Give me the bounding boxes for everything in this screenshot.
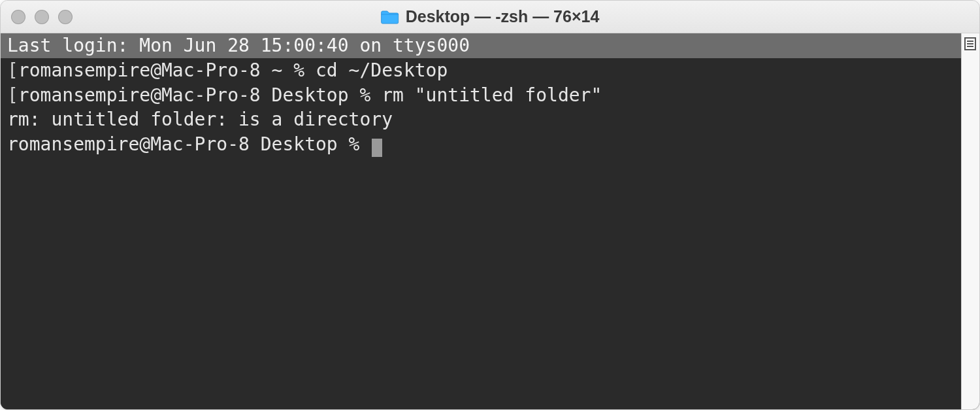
minimize-button[interactable] xyxy=(35,10,49,24)
prompt-text: romansempire@Mac-Pro-8 Desktop % xyxy=(18,84,382,106)
zoom-button[interactable] xyxy=(58,10,73,24)
command-text: rm "untitled folder" xyxy=(382,84,602,106)
last-login-line: Last login: Mon Jun 28 15:00:40 on ttys0… xyxy=(1,33,961,58)
cursor xyxy=(372,139,382,157)
current-prompt-line: romansempire@Mac-Pro-8 Desktop % xyxy=(1,132,961,157)
command-text: cd ~/Desktop xyxy=(316,60,448,81)
command-line: [romansempire@Mac-Pro-8 ~ % cd ~/Desktop xyxy=(1,58,961,83)
terminal-window: Desktop — -zsh — 76×14 Last login: Mon J… xyxy=(0,0,980,410)
folder-icon xyxy=(381,10,399,24)
prompt-text: romansempire@Mac-Pro-8 ~ % xyxy=(18,60,316,81)
scrollbar-gutter[interactable] xyxy=(961,33,979,409)
terminal-output[interactable]: Last login: Mon Jun 28 15:00:40 on ttys0… xyxy=(1,33,961,409)
terminal-body-wrap: Last login: Mon Jun 28 15:00:40 on ttys0… xyxy=(1,33,979,409)
titlebar[interactable]: Desktop — -zsh — 76×14 xyxy=(1,1,979,33)
prompt-text: romansempire@Mac-Pro-8 Desktop % xyxy=(7,133,370,155)
close-button[interactable] xyxy=(11,10,25,24)
document-icon xyxy=(964,37,976,50)
command-line: [romansempire@Mac-Pro-8 Desktop % rm "un… xyxy=(1,83,961,108)
window-title: Desktop — -zsh — 76×14 xyxy=(381,7,600,26)
window-title-text: Desktop — -zsh — 76×14 xyxy=(406,7,600,26)
error-line: rm: untitled folder: is a directory xyxy=(1,107,961,132)
window-controls xyxy=(11,10,73,24)
